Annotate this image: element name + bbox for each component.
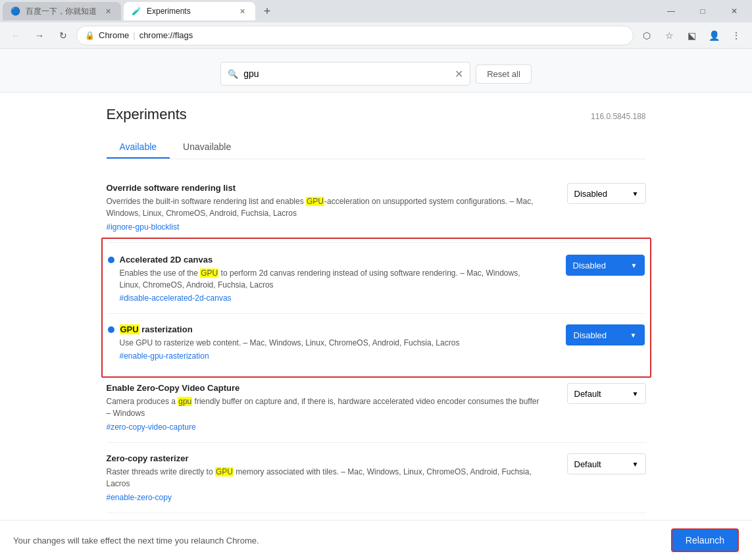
experiment-gpu-rasterization-row: GPU rasterization Use GPU to rasterize w… — [108, 324, 645, 361]
experiment-zero-copy-rasterizer-title: Zero-copy rasterizer — [107, 453, 541, 463]
close-button[interactable]: ✕ — [719, 1, 749, 21]
cast-icon[interactable]: ⬡ — [636, 25, 657, 46]
tabs-row: Available Unavailable — [107, 136, 646, 159]
address-bar[interactable]: 🔒 Chrome | chrome://flags — [76, 26, 634, 45]
gpu-highlight-5: GPU — [215, 467, 234, 476]
gpu-highlight-2: GPU — [200, 268, 218, 278]
blue-dot-gpu-rasterization — [108, 326, 114, 333]
experiment-override-software-link[interactable]: #ignore-gpu-blocklist — [107, 222, 180, 232]
experiment-zero-copy-video: Enable Zero-Copy Video Capture Camera pr… — [107, 372, 646, 443]
experiment-zero-copy-video-desc: Camera produces a gpu friendly buffer on… — [107, 395, 541, 419]
tab-baidu-close[interactable]: ✕ — [103, 6, 113, 16]
experiment-gpu-rasterization: GPU rasterization Use GPU to rasterize w… — [108, 314, 645, 371]
dropdown-gpu-rasterization: Disabled ▼ — [566, 324, 645, 345]
experiment-gpu-rasterization-link[interactable]: #enable-gpu-rasterization — [108, 351, 542, 361]
search-icon: 🔍 — [228, 69, 238, 79]
experiment-accelerated-2d-link[interactable]: #disable-accelerated-2d-canvas — [108, 293, 542, 303]
minimize-button[interactable]: — — [656, 1, 686, 21]
dropdown-accelerated-2d: Disabled ▼ — [566, 255, 645, 276]
tab-baidu[interactable]: 🔵 百度一下，你就知道 ✕ — [3, 2, 121, 20]
browser-frame: 🔵 百度一下，你就知道 ✕ 🧪 Experiments ✕ + — □ ✕ ← … — [0, 0, 752, 560]
experiment-accelerated-2d-info: Accelerated 2D canvas Enables the use of… — [108, 255, 542, 303]
dropdown-accelerated-2d-value: Disabled — [573, 261, 607, 270]
tab-search-icon[interactable]: ⬕ — [681, 25, 702, 46]
gpu-highlight-3: GPU — [120, 324, 139, 334]
address-text: chrome://flags — [139, 30, 193, 40]
new-tab-button[interactable]: + — [258, 2, 276, 20]
page-title-row: Experiments 116.0.5845.188 — [107, 106, 646, 123]
dropdown-gpu-rasterization-value: Disabled — [574, 330, 607, 340]
tab-experiments[interactable]: 🧪 Experiments ✕ — [124, 2, 255, 20]
search-container: 🔍 ✕ Reset all — [220, 62, 532, 86]
dropdown-zero-copy-video-value: Default — [574, 389, 601, 399]
experiment-zero-copy-rasterizer: Zero-copy rasterizer Raster threads writ… — [107, 443, 646, 513]
dropdown-accelerated-2d-arrow: ▼ — [631, 262, 638, 269]
relaunch-button[interactable]: Relaunch — [671, 528, 739, 552]
page-title: Experiments — [107, 106, 187, 123]
experiment-accelerated-2d-title: Accelerated 2D canvas — [120, 255, 213, 265]
experiment-zero-copy-video-link[interactable]: #zero-copy-video-capture — [107, 422, 196, 432]
experiment-gpu-rasterization-header: GPU rasterization — [108, 324, 542, 337]
dropdown-override-software-btn[interactable]: Disabled ▼ — [567, 183, 646, 204]
address-prefix: Chrome — [99, 30, 129, 40]
reload-button[interactable]: ↻ — [53, 25, 74, 46]
experiment-gpu-rasterization-info: GPU rasterization Use GPU to rasterize w… — [108, 324, 542, 361]
search-clear-button[interactable]: ✕ — [455, 68, 463, 80]
experiment-accelerated-2d-row: Accelerated 2D canvas Enables the use of… — [108, 255, 645, 303]
dropdown-zero-copy-rasterizer-value: Default — [574, 459, 601, 469]
reset-all-button[interactable]: Reset all — [476, 64, 532, 84]
dropdown-zero-copy-video-btn[interactable]: Default ▼ — [567, 383, 646, 404]
profile-icon[interactable]: 👤 — [703, 25, 724, 46]
address-icon: 🔒 — [85, 31, 95, 40]
experiment-angle-backend: Choose ANGLE graphics backend Choose the… — [107, 513, 646, 520]
nav-bar: ← → ↻ 🔒 Chrome | chrome://flags ⬡ ☆ ⬕ 👤 … — [0, 22, 752, 49]
experiment-zero-copy-video-row: Enable Zero-Copy Video Capture Camera pr… — [107, 383, 646, 432]
experiment-override-software: Override software rendering list Overrid… — [107, 172, 646, 243]
tab-baidu-title: 百度一下，你就知道 — [26, 6, 97, 17]
tab-available[interactable]: Available — [107, 136, 170, 159]
dropdown-zero-copy-rasterizer-btn[interactable]: Default ▼ — [567, 453, 646, 474]
experiment-accelerated-2d: Accelerated 2D canvas Enables the use of… — [108, 244, 645, 314]
page-content: 🔍 ✕ Reset all Experiments 116.0.5845.188… — [0, 49, 752, 520]
menu-icon[interactable]: ⋮ — [726, 25, 747, 46]
experiment-override-software-title: Override software rendering list — [107, 183, 541, 193]
search-box: 🔍 ✕ — [220, 62, 470, 86]
red-box-container: Accelerated 2D canvas Enables the use of… — [101, 238, 651, 378]
experiment-zero-copy-rasterizer-desc: Raster threads write directly to GPU mem… — [107, 466, 541, 490]
tab-unavailable[interactable]: Unavailable — [170, 136, 244, 159]
experiment-gpu-rasterization-title: GPU rasterization — [120, 324, 193, 334]
bottom-message: Your changes will take effect the next t… — [13, 536, 259, 546]
dropdown-gpu-rasterization-arrow: ▼ — [630, 332, 637, 339]
dropdown-gpu-rasterization-btn[interactable]: Disabled ▼ — [566, 324, 645, 345]
experiment-override-software-desc: Overrides the built-in software renderin… — [107, 195, 541, 219]
tab-experiments-title: Experiments — [147, 7, 191, 16]
experiment-accelerated-2d-header: Accelerated 2D canvas — [108, 255, 542, 267]
dropdown-zero-copy-video: Default ▼ — [567, 383, 646, 404]
tab-experiments-close[interactable]: ✕ — [237, 6, 247, 16]
maximize-button[interactable]: □ — [688, 1, 718, 21]
experiment-zero-copy-video-info: Enable Zero-Copy Video Capture Camera pr… — [107, 383, 541, 432]
experiment-zero-copy-video-title: Enable Zero-Copy Video Capture — [107, 383, 541, 393]
experiment-override-software-row: Override software rendering list Overrid… — [107, 183, 646, 232]
dropdown-override-software: Disabled ▼ — [567, 183, 646, 204]
experiment-gpu-rasterization-desc: Use GPU to rasterize web content. – Mac,… — [108, 337, 542, 349]
window-controls: — □ ✕ — [656, 1, 749, 21]
bottom-bar: Your changes will take effect the next t… — [0, 520, 752, 560]
dropdown-zero-copy-rasterizer-arrow: ▼ — [632, 461, 639, 468]
experiment-zero-copy-rasterizer-link[interactable]: #enable-zero-copy — [107, 493, 172, 502]
dropdown-zero-copy-rasterizer: Default ▼ — [567, 453, 646, 474]
search-input[interactable] — [243, 68, 449, 79]
blue-dot-accelerated-2d — [108, 257, 114, 263]
bookmark-icon[interactable]: ☆ — [659, 25, 680, 46]
address-separator: | — [133, 30, 135, 40]
gpu-highlight: GPU — [306, 197, 324, 206]
title-bar: 🔵 百度一下，你就知道 ✕ 🧪 Experiments ✕ + — □ ✕ — [0, 0, 752, 22]
dropdown-accelerated-2d-btn[interactable]: Disabled ▼ — [566, 255, 645, 276]
forward-button[interactable]: → — [29, 25, 50, 46]
main-content: Experiments 116.0.5845.188 Available Una… — [80, 93, 672, 520]
gpu-highlight-4: gpu — [178, 397, 192, 406]
dropdown-zero-copy-video-arrow: ▼ — [632, 390, 639, 397]
version-text: 116.0.5845.188 — [591, 112, 645, 121]
dropdown-override-software-arrow: ▼ — [632, 190, 639, 197]
back-button[interactable]: ← — [5, 25, 26, 46]
